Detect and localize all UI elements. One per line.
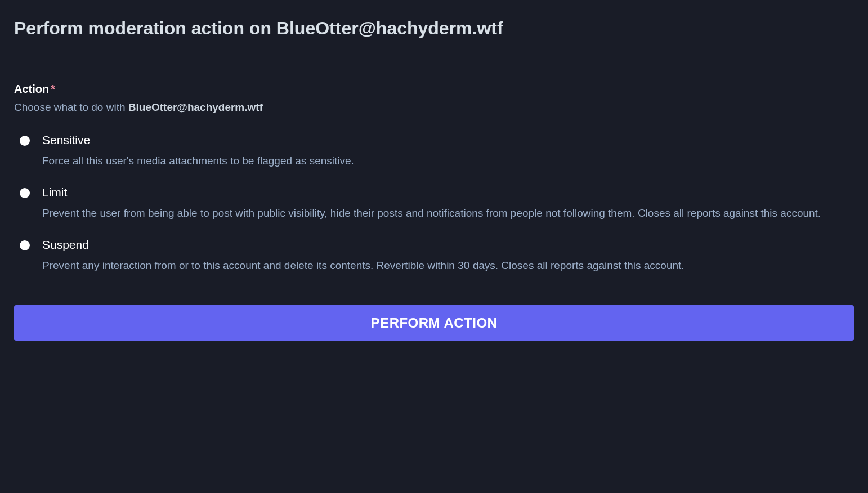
radio-content: Suspend Prevent any interaction from or … <box>42 238 854 274</box>
action-field-label: Action* <box>14 83 854 96</box>
hint-prefix: Choose what to do with <box>14 101 128 113</box>
radio-item-sensitive[interactable]: Sensitive Force all this user's media at… <box>14 133 854 169</box>
required-asterisk: * <box>51 83 55 95</box>
radio-description-sensitive: Force all this user's media attachments … <box>42 153 854 169</box>
radio-input-sensitive[interactable] <box>20 136 30 146</box>
radio-description-limit: Prevent the user from being able to post… <box>42 205 854 221</box>
radio-label-suspend[interactable]: Suspend <box>42 238 854 252</box>
radio-input-suspend[interactable] <box>20 240 30 250</box>
radio-item-limit[interactable]: Limit Prevent the user from being able t… <box>14 186 854 221</box>
hint-target-account: BlueOtter@hachyderm.wtf <box>128 101 263 113</box>
radio-content: Limit Prevent the user from being able t… <box>42 186 854 221</box>
radio-label-sensitive[interactable]: Sensitive <box>42 133 854 147</box>
action-field-hint: Choose what to do with BlueOtter@hachyde… <box>14 101 854 114</box>
radio-label-limit[interactable]: Limit <box>42 186 854 199</box>
action-radio-group: Sensitive Force all this user's media at… <box>14 133 854 274</box>
radio-content: Sensitive Force all this user's media at… <box>42 133 854 169</box>
radio-input-limit[interactable] <box>20 188 30 198</box>
radio-item-suspend[interactable]: Suspend Prevent any interaction from or … <box>14 238 854 274</box>
page-title: Perform moderation action on BlueOtter@h… <box>14 17 854 41</box>
perform-action-button[interactable]: PERFORM ACTION <box>14 305 854 341</box>
radio-description-suspend: Prevent any interaction from or to this … <box>42 257 854 274</box>
action-label-text: Action <box>14 83 49 95</box>
